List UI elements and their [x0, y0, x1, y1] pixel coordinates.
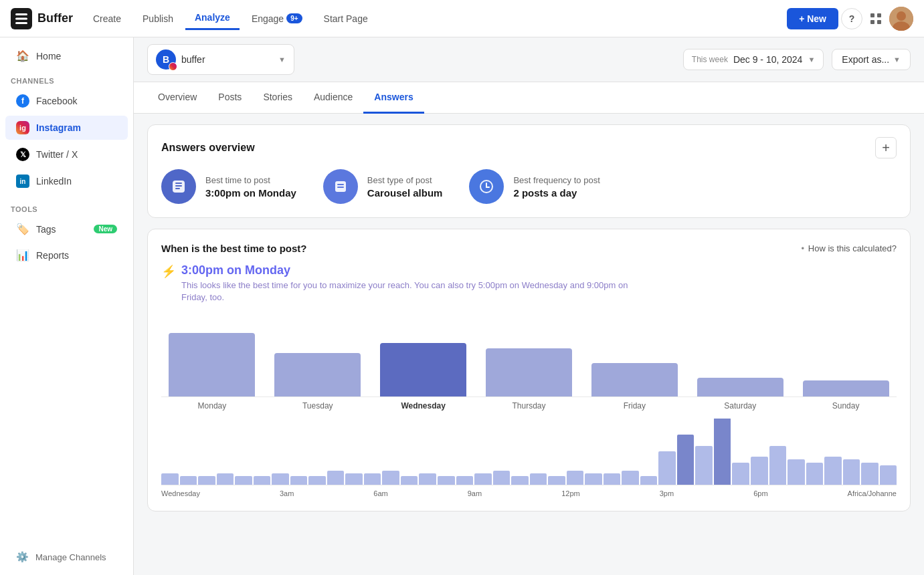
- answer-item-time: Best time to post 3:00pm on Monday: [161, 169, 296, 204]
- hourly-bar-item: [622, 471, 639, 485]
- nav-analyze[interactable]: Analyze: [185, 7, 240, 30]
- svg-rect-3: [15, 22, 27, 24]
- hourly-bar-item: [714, 419, 731, 485]
- hourly-bar-item: [880, 465, 897, 485]
- tab-overview[interactable]: Overview: [147, 82, 207, 114]
- h-label-wednesday: Wednesday: [161, 489, 200, 497]
- answer-type-value: Carousel album: [367, 187, 443, 199]
- hourly-bar-item: [769, 446, 787, 485]
- bar-monday: [161, 317, 263, 396]
- h-label-3am: 3am: [280, 489, 294, 497]
- channel-selector[interactable]: B buffer ▼: [147, 44, 294, 75]
- sidebar-tags-label: Tags: [36, 224, 56, 235]
- home-icon: 🏠: [16, 49, 29, 62]
- tab-posts[interactable]: Posts: [207, 82, 252, 114]
- svg-rect-5: [877, 13, 881, 17]
- best-time-card: When is the best time to post? • How is …: [147, 229, 911, 511]
- answer-freq-label: Best frequency to post: [513, 175, 599, 185]
- content-area: B buffer ▼ This week Dec 9 - 10, 2024 ▼ …: [134, 37, 924, 575]
- bar-label-monday: Monday: [161, 401, 263, 411]
- main-scroll-area[interactable]: Answers overview + Best time to post 3:0…: [134, 114, 924, 575]
- hourly-bar-item: [585, 473, 602, 485]
- hourly-bar-item: [530, 473, 547, 485]
- tab-answers[interactable]: Answers: [363, 82, 424, 114]
- bar-saturday: [689, 317, 791, 396]
- help-button[interactable]: ?: [841, 8, 862, 29]
- logo[interactable]: Buffer: [11, 8, 73, 29]
- h-label-9am: 9am: [468, 489, 482, 497]
- logo-text: Buffer: [37, 11, 73, 25]
- bar-friday: [583, 317, 685, 396]
- tab-audience[interactable]: Audience: [303, 82, 363, 114]
- twitter-icon: 𝕏: [16, 148, 29, 161]
- add-metric-button[interactable]: +: [875, 137, 897, 158]
- hourly-bar-item: [493, 471, 511, 485]
- svg-rect-4: [870, 13, 874, 17]
- hourly-bar-item: [567, 471, 584, 485]
- svg-rect-17: [337, 187, 344, 188]
- buffer-logo-icon: [11, 8, 32, 29]
- hourly-bar-item: [161, 473, 179, 485]
- channel-chevron-icon: ▼: [278, 55, 286, 64]
- manage-channels-label: Manage Channels: [35, 552, 106, 562]
- sidebar-item-reports[interactable]: 📊 Reports: [5, 243, 128, 267]
- export-chevron-icon: ▼: [893, 55, 901, 64]
- hourly-bar-chart: Wednesday 3am 6am 9am 12pm 3pm 6pm Afric…: [161, 419, 897, 497]
- sidebar-item-tags[interactable]: 🏷️ Tags New: [5, 217, 128, 241]
- nav-publish[interactable]: Publish: [133, 8, 183, 29]
- linkedin-icon: in: [16, 175, 29, 188]
- hourly-bar-item: [401, 476, 418, 485]
- h-label-6am: 6am: [373, 489, 387, 497]
- hourly-bar-item: [640, 476, 658, 485]
- hourly-bar-item: [751, 457, 768, 485]
- answer-item-type: Best type of post Carousel album: [323, 169, 443, 204]
- hourly-bar-item: [677, 435, 695, 485]
- sidebar-item-facebook[interactable]: f Facebook: [5, 89, 128, 113]
- apps-grid-icon[interactable]: [865, 8, 887, 29]
- nav-engage-wrap[interactable]: Engage 9+: [242, 8, 312, 29]
- sidebar: 🏠 Home Channels f Facebook ig Instagram …: [0, 37, 134, 575]
- tags-new-badge: New: [94, 225, 117, 233]
- hourly-bar-item: [217, 473, 234, 485]
- nav-create[interactable]: Create: [84, 8, 130, 29]
- tab-stories[interactable]: Stories: [252, 82, 303, 114]
- sidebar-home[interactable]: 🏠 Home: [5, 44, 128, 68]
- date-range-value: Dec 9 - 10, 2024: [733, 54, 803, 65]
- svg-rect-13: [175, 185, 182, 187]
- bar-label-tuesday: Tuesday: [267, 401, 369, 411]
- how-calculated-link[interactable]: • How is this calculated?: [802, 243, 897, 253]
- tools-section-label: Tools: [0, 195, 133, 216]
- hourly-bar-item: [474, 473, 492, 485]
- sidebar-item-twitter[interactable]: 𝕏 Twitter / X: [5, 142, 128, 166]
- engage-badge: 9+: [286, 13, 302, 23]
- sidebar-reports-label: Reports: [36, 250, 69, 261]
- hourly-bar-item: [456, 476, 474, 485]
- bar-label-friday: Friday: [583, 401, 685, 411]
- h-label-tz: Africa/Johanne: [848, 489, 897, 497]
- sidebar-item-instagram[interactable]: ig Instagram: [5, 116, 128, 140]
- hourly-bar-item: [419, 473, 436, 485]
- svg-rect-14: [175, 188, 180, 189]
- svg-rect-12: [175, 183, 182, 184]
- hourly-bar-item: [806, 463, 824, 485]
- answer-time-label: Best time to post: [205, 175, 296, 185]
- date-range-selector[interactable]: This week Dec 9 - 10, 2024 ▼: [683, 49, 824, 70]
- nav-engage-label: Engage: [252, 13, 284, 24]
- export-button[interactable]: Export as... ▼: [832, 49, 911, 70]
- hourly-bar-item: [198, 476, 215, 485]
- hourly-bar-item: [235, 476, 252, 485]
- user-avatar[interactable]: [889, 7, 913, 31]
- sidebar-manage-channels[interactable]: ⚙️ Manage Channels: [5, 546, 128, 568]
- highlight-time: 3:00pm on Monday: [181, 263, 650, 277]
- svg-rect-7: [877, 20, 881, 24]
- date-chevron-icon: ▼: [808, 55, 815, 64]
- bar-wednesday: [373, 317, 474, 396]
- new-button[interactable]: + New: [787, 8, 838, 29]
- nav-startpage[interactable]: Start Page: [314, 8, 377, 29]
- hourly-bar-item: [843, 459, 860, 485]
- answers-overview-card: Answers overview + Best time to post 3:0…: [147, 124, 911, 218]
- hourly-bar-item: [180, 476, 197, 485]
- svg-rect-6: [870, 20, 874, 24]
- sidebar-item-linkedin[interactable]: in LinkedIn: [5, 169, 128, 193]
- svg-rect-1: [15, 13, 27, 15]
